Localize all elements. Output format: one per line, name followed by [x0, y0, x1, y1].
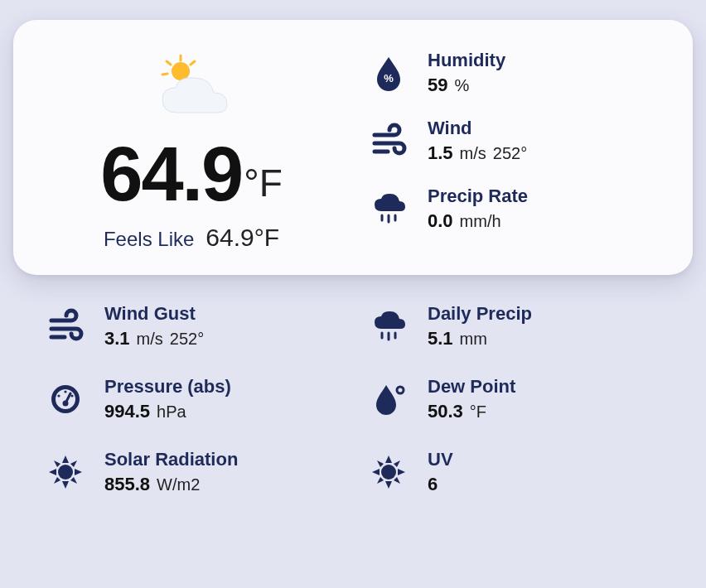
humidity-icon: % [370, 54, 408, 92]
solar-icon [46, 453, 85, 491]
svg-marker-22 [62, 481, 69, 489]
solar-radiation-unit: W/m2 [157, 475, 200, 494]
dew-point-value: 50.3 [428, 401, 463, 422]
solar-radiation-value: 855.8 [104, 474, 150, 495]
feels-like-label: Feels Like [104, 228, 194, 251]
svg-marker-21 [62, 455, 69, 463]
svg-marker-26 [70, 460, 77, 467]
svg-text:%: % [384, 72, 394, 84]
temperature-unit: °F [244, 164, 283, 202]
wind-gust-value: 3.1 [104, 328, 130, 349]
wind-gust-icon [46, 307, 85, 345]
feels-like-row: Feels Like 64.9°F [104, 224, 279, 252]
wind-metric: Wind 1.5 m/s 252° [370, 118, 660, 164]
wind-direction: 252° [493, 144, 527, 163]
pressure-value: 994.5 [104, 401, 150, 422]
svg-point-16 [57, 394, 60, 397]
solar-radiation-label: Solar Radiation [104, 449, 238, 470]
wind-value: 1.5 [428, 142, 453, 164]
daily-precip-icon [370, 307, 408, 345]
svg-point-17 [70, 394, 73, 397]
humidity-unit: % [454, 76, 469, 95]
temperature-value: 64.9 [100, 136, 242, 212]
uv-metric: UV 6 [370, 449, 660, 495]
pressure-label: Pressure (abs) [104, 376, 231, 398]
humidity-value: 59 [428, 75, 447, 96]
svg-point-18 [64, 390, 66, 393]
svg-point-29 [381, 465, 396, 480]
daily-precip-metric: Daily Precip 5.1 mm [370, 303, 660, 349]
pressure-unit: hPa [157, 402, 186, 422]
svg-marker-33 [398, 469, 405, 475]
wind-gust-label: Wind Gust [104, 303, 204, 325]
solar-radiation-metric: Solar Radiation 855.8 W/m2 [46, 449, 336, 495]
svg-point-19 [397, 387, 404, 393]
wind-unit: m/s [460, 144, 486, 163]
svg-line-4 [191, 61, 195, 65]
svg-marker-37 [394, 477, 400, 484]
temperature-reading: 64.9 °F [100, 136, 283, 212]
svg-marker-23 [49, 469, 56, 475]
temperature-column: 64.9 °F Feels Like 64.9°F [46, 45, 336, 252]
dew-point-label: Dew Point [428, 376, 515, 398]
precip-rate-unit: mm/h [460, 212, 501, 231]
dew-point-unit: °F [470, 402, 486, 422]
svg-marker-32 [372, 469, 380, 475]
daily-precip-value: 5.1 [428, 328, 453, 349]
current-conditions-card: 64.9 °F Feels Like 64.9°F % Humidity 59 … [13, 20, 693, 275]
humidity-label: Humidity [428, 50, 505, 71]
daily-precip-unit: mm [460, 330, 487, 349]
feels-like-value: 64.9°F [206, 224, 279, 252]
rain-icon [370, 190, 408, 228]
svg-point-20 [58, 465, 73, 480]
precip-rate-label: Precip Rate [428, 186, 528, 207]
svg-marker-35 [394, 460, 400, 467]
secondary-metrics-grid: Wind Gust 3.1 m/s 252° Daily Precip 5.1 … [13, 275, 693, 495]
svg-marker-27 [54, 477, 60, 484]
uv-label: UV [428, 449, 453, 470]
wind-label: Wind [428, 118, 527, 139]
dew-point-metric: Dew Point 50.3 °F [370, 376, 660, 422]
weather-condition-icon [146, 53, 237, 128]
wind-gust-unit: m/s [137, 330, 163, 349]
wind-icon [370, 122, 408, 160]
svg-marker-34 [377, 460, 384, 467]
daily-precip-label: Daily Precip [428, 303, 532, 325]
svg-line-3 [162, 74, 167, 75]
card-metrics-column: % Humidity 59 % Wind 1.5 m/s 252° [370, 45, 660, 252]
svg-line-2 [167, 61, 171, 65]
wind-gust-metric: Wind Gust 3.1 m/s 252° [46, 303, 336, 349]
precip-rate-value: 0.0 [428, 210, 453, 232]
pressure-gauge-icon [46, 380, 85, 418]
uv-value: 6 [428, 474, 438, 495]
svg-marker-28 [70, 477, 77, 484]
dew-point-icon [370, 380, 408, 418]
svg-marker-36 [377, 477, 384, 484]
svg-marker-30 [385, 455, 392, 463]
precip-rate-metric: Precip Rate 0.0 mm/h [370, 186, 660, 232]
wind-gust-direction: 252° [170, 330, 204, 349]
svg-marker-24 [75, 469, 82, 475]
uv-icon [370, 453, 408, 491]
svg-marker-25 [54, 460, 60, 467]
svg-marker-31 [385, 481, 392, 489]
pressure-metric: Pressure (abs) 994.5 hPa [46, 376, 336, 422]
humidity-metric: % Humidity 59 % [370, 50, 660, 96]
